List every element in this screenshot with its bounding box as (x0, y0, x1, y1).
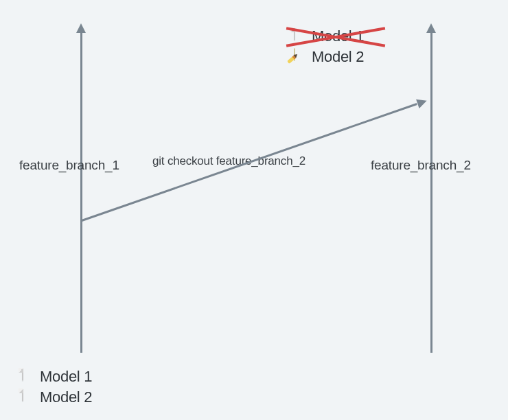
edit-document-icon (294, 49, 309, 65)
branch-line-right (430, 32, 432, 353)
arrowhead-left (76, 23, 86, 33)
checkout-arrowhead (416, 96, 428, 108)
file-label: Model 1 (40, 368, 92, 386)
file-row-bottom-1: Model 1 (22, 368, 92, 386)
file-label: Model 2 (312, 48, 364, 66)
branch-line-left (80, 32, 82, 353)
command-label: git checkout feature_branch_2 (152, 154, 305, 168)
document-icon (294, 28, 309, 45)
file-row-top-1: Model 1 (294, 27, 364, 45)
branch-label-left: feature_branch_1 (19, 158, 119, 173)
file-label: Model 2 (40, 388, 92, 406)
file-label: Model 1 (312, 27, 364, 45)
file-row-bottom-2: Model 2 (22, 388, 92, 406)
document-icon (22, 389, 37, 406)
file-row-top-2: Model 2 (294, 48, 364, 66)
document-icon (22, 369, 37, 385)
arrowhead-right (426, 23, 436, 33)
branch-label-right: feature_branch_2 (371, 158, 471, 173)
checkout-arrow-line (82, 103, 417, 222)
